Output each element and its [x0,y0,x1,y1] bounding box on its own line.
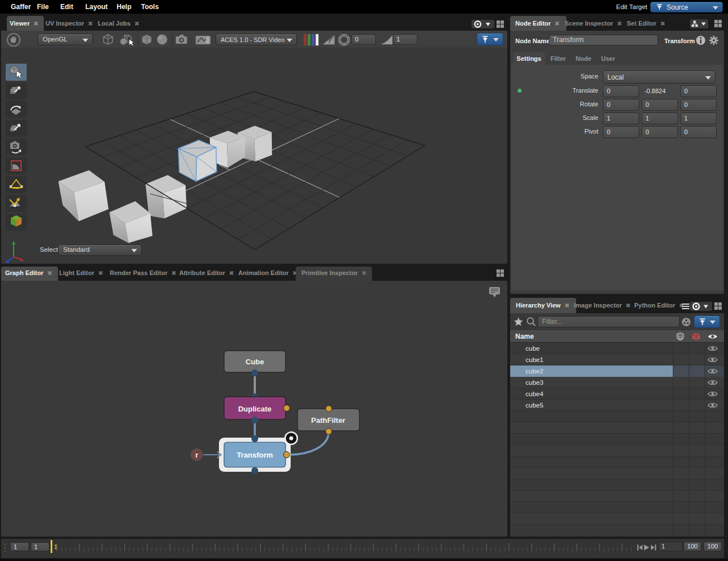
svg-text:r: r [195,451,198,459]
svg-text:Transform: Transform [237,451,273,459]
svg-text:Cube: Cube [246,358,264,366]
svg-text:PathFilter: PathFilter [311,416,345,425]
svg-text:Duplicate: Duplicate [238,405,272,413]
